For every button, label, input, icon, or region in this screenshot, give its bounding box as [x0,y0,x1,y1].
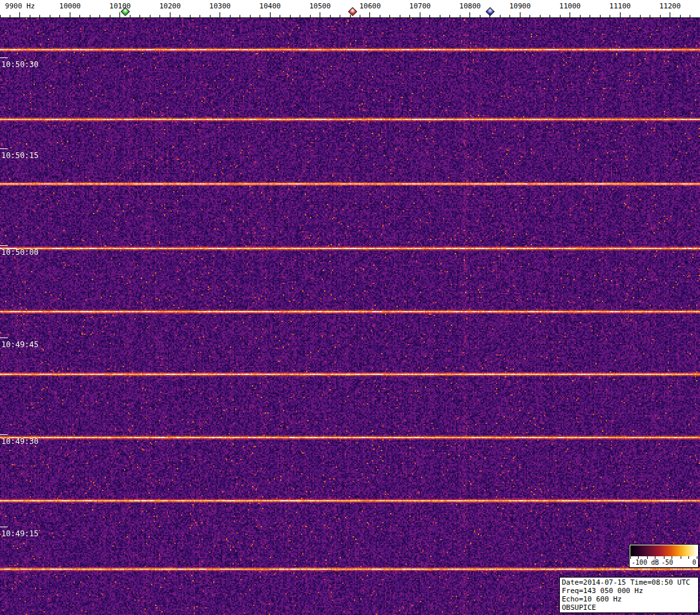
frequency-minor-tick [429,15,430,17]
marker-red-diamond[interactable] [348,7,357,16]
colorbar-label: 0 [692,559,696,566]
frequency-minor-tick [39,15,40,17]
time-tick-label: 10:49:45 [1,340,39,349]
colorbar-label: -100 dB [632,559,659,566]
frequency-minor-tick [440,15,440,17]
frequency-minor-tick [690,15,690,17]
time-tick [0,527,8,527]
frequency-tick-label: 10600 [359,2,380,10]
frequency-tick-label: 10300 [209,2,231,10]
frequency-minor-tick [180,15,180,17]
frequency-major-tick [19,12,20,17]
frequency-minor-tick [59,15,60,17]
frequency-tick-label: 10700 [409,2,431,10]
frequency-minor-tick [350,15,351,17]
frequency-minor-tick [360,15,360,17]
time-tick-label: 10:50:00 [1,248,39,257]
colorbar: -100 dB-500 [629,544,699,568]
frequency-minor-tick [260,15,260,17]
frequency-minor-tick [580,15,581,17]
frequency-tick-label: 10000 [59,2,81,10]
info-line: Echo=10 600 Hz [562,595,696,603]
frequency-major-tick [70,12,70,17]
frequency-major-tick [520,12,520,17]
frequency-minor-tick [550,15,550,17]
frequency-minor-tick [130,15,130,17]
frequency-minor-tick [640,15,641,17]
frequency-major-tick [220,12,220,17]
frequency-minor-tick [50,15,50,17]
frequency-minor-tick [449,15,450,17]
frequency-minor-tick [400,15,400,17]
frequency-minor-tick [660,15,661,17]
frequency-minor-tick [500,15,500,17]
waterfall-display: -100 dB-500 Date=2014-07-15 Time=08:50 U… [0,18,700,615]
marker-blue-diamond[interactable] [486,7,495,16]
spectrogram-app-window: 9900 Hz100001010010200103001040010500106… [0,0,700,615]
frequency-minor-tick [340,15,340,17]
frequency-minor-tick [460,15,460,17]
time-tick [0,434,8,435]
frequency-minor-tick [210,15,211,17]
frequency-tick-label: 11100 [610,2,631,10]
frequency-minor-tick [650,15,650,17]
time-tick [0,148,8,149]
frequency-major-tick [320,12,320,17]
frequency-minor-tick [510,15,510,17]
frequency-major-tick [270,12,271,17]
frequency-tick-label: 11200 [659,2,681,10]
frequency-tick-label: 10400 [260,2,281,10]
frequency-minor-tick [240,15,240,17]
frequency-minor-tick [310,15,311,17]
frequency-major-tick [670,12,670,17]
frequency-minor-tick [160,15,160,17]
spectrogram-canvas [0,18,700,615]
frequency-tick-label: 10900 [510,2,531,10]
frequency-minor-tick [409,15,410,17]
colorbar-labels: -100 dB-500 [630,559,697,567]
frequency-minor-tick [150,15,150,17]
time-tick [0,245,8,246]
colorbar-label: -50 [661,559,673,566]
time-tick [0,338,8,338]
info-box: Date=2014-07-15 Time=08:50 UTCFreq=143 0… [559,577,699,613]
frequency-major-tick [420,12,420,17]
frequency-minor-tick [200,15,200,17]
frequency-minor-tick [330,15,331,17]
frequency-minor-tick [530,15,530,17]
frequency-minor-tick [90,15,90,17]
frequency-major-tick [119,12,120,17]
frequency-minor-tick [610,15,610,17]
frequency-minor-tick [380,15,380,17]
info-line: OBSUPICE [562,603,696,612]
frequency-minor-tick [280,15,280,17]
time-tick-label: 10:49:30 [1,437,39,446]
frequency-tick-label: 9900 Hz [5,2,35,10]
frequency-minor-tick [389,15,390,17]
time-tick-label: 10:50:15 [1,151,39,160]
frequency-minor-tick [590,15,590,17]
frequency-minor-tick [630,15,630,17]
frequency-minor-tick [230,15,231,17]
frequency-minor-tick [110,15,110,17]
frequency-tick-label: 10200 [160,2,181,10]
time-tick-label: 10:49:15 [1,529,39,538]
info-line: Freq=143 050 000 Hz [562,587,696,595]
frequency-minor-tick [0,15,1,17]
frequency-minor-tick [680,15,681,17]
time-tick [0,57,8,58]
frequency-ruler[interactable]: 9900 Hz100001010010200103001040010500106… [0,0,700,18]
frequency-major-tick [570,12,570,17]
colorbar-gradient [630,545,697,556]
frequency-minor-tick [560,15,561,17]
frequency-minor-tick [480,15,480,17]
frequency-tick-label: 10800 [459,2,480,10]
info-line: Date=2014-07-15 Time=08:50 UTC [562,578,696,587]
frequency-minor-tick [79,15,80,17]
frequency-major-tick [620,12,621,17]
frequency-minor-tick [300,15,300,17]
time-tick-label: 10:50:30 [1,60,39,69]
frequency-minor-tick [10,15,10,17]
frequency-major-tick [369,12,370,17]
frequency-minor-tick [190,15,190,17]
